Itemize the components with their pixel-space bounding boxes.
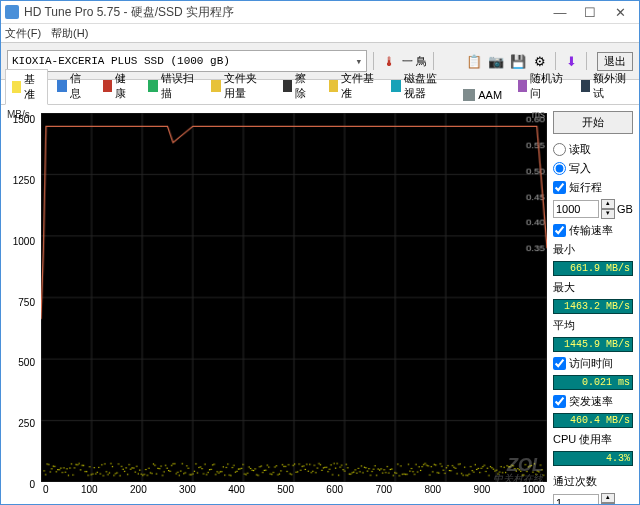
chevron-down-icon: ▾: [355, 55, 362, 68]
gb-unit: GB: [617, 203, 633, 215]
content-area: MB/s ms 1500125010007505002500 010020030…: [1, 105, 639, 504]
x-tick: 900: [474, 484, 491, 498]
tab-label: 文件基准: [341, 71, 376, 101]
tab-信息[interactable]: 信息: [50, 68, 93, 104]
tab-文件基准[interactable]: 文件基准: [322, 68, 383, 104]
x-tick: 400: [228, 484, 245, 498]
spin-down[interactable]: ▾: [601, 209, 615, 219]
short-stroke-size: ▴▾ GB: [553, 199, 633, 219]
tab-擦除[interactable]: 擦除: [276, 68, 319, 104]
pass-count: ▴▾: [553, 493, 633, 504]
tab-文件夹用量[interactable]: 文件夹用量: [204, 68, 274, 104]
tab-label: 健康: [115, 71, 132, 101]
spin-down[interactable]: ▾: [601, 503, 615, 504]
minimize-button[interactable]: —: [545, 3, 575, 21]
titlebar: HD Tune Pro 5.75 - 硬盘/SSD 实用程序 — ☐ ✕: [1, 1, 639, 24]
x-axis: 01002003004005006007008009001000: [41, 484, 547, 498]
window-title: HD Tune Pro 5.75 - 硬盘/SSD 实用程序: [24, 4, 545, 21]
pass-input[interactable]: [553, 494, 599, 504]
x-tick: 300: [179, 484, 196, 498]
menubar: 文件(F) 帮助(H): [1, 24, 639, 42]
tab-icon: [329, 80, 338, 92]
tabbar: 基准信息健康错误扫描文件夹用量擦除文件基准磁盘监视器AAM随机访问额外测试: [1, 80, 639, 105]
max-value: 1463.2 MB/s: [553, 299, 633, 314]
y-tick: 250: [18, 418, 35, 429]
temp-label: 一 鳥: [402, 54, 427, 69]
tab-icon: [12, 81, 21, 93]
screenshot-icon[interactable]: 📷: [487, 52, 505, 70]
app-icon: [5, 5, 19, 19]
tab-icon: [283, 80, 292, 92]
spin-up[interactable]: ▴: [601, 199, 615, 209]
y-tick: 500: [18, 357, 35, 368]
tab-AAM[interactable]: AAM: [456, 86, 509, 104]
start-button[interactable]: 开始: [553, 111, 633, 134]
tab-icon: [211, 80, 220, 92]
check-burst-rate[interactable]: 突发速率: [553, 394, 633, 409]
x-tick: 0: [43, 484, 49, 498]
chart-area: MB/s ms 1500125010007505002500 010020030…: [1, 105, 551, 504]
radio-write[interactable]: 写入: [553, 161, 633, 176]
access-value: 0.021 ms: [553, 375, 633, 390]
radio-read[interactable]: 读取: [553, 142, 633, 157]
burst-value: 460.4 MB/s: [553, 413, 633, 428]
x-tick: 1000: [523, 484, 545, 498]
check-access-time[interactable]: 访问时间: [553, 356, 633, 371]
tab-icon: [518, 80, 527, 92]
close-button[interactable]: ✕: [605, 3, 635, 21]
spin-up[interactable]: ▴: [601, 493, 615, 503]
tab-icon: [57, 80, 66, 92]
tab-label: 基准: [24, 72, 41, 102]
x-tick: 200: [130, 484, 147, 498]
sidebar: 开始 读取 写入 短行程 ▴▾ GB 传输速率 最小 661.9 MB/s 最大…: [551, 105, 639, 504]
tab-label: 额外测试: [593, 71, 628, 101]
x-tick: 800: [425, 484, 442, 498]
device-selected-text: KIOXIA-EXCERIA PLUS SSD (1000 gB): [12, 55, 230, 67]
y-tick: 1250: [13, 174, 35, 185]
avg-label: 平均: [553, 318, 633, 333]
y-axis: 1500125010007505002500: [1, 119, 37, 484]
check-transfer-rate[interactable]: 传输速率: [553, 223, 633, 238]
x-tick: 600: [326, 484, 343, 498]
x-tick: 700: [375, 484, 392, 498]
tab-icon: [391, 80, 400, 92]
copy-icon[interactable]: 📋: [465, 52, 483, 70]
menu-help[interactable]: 帮助(H): [51, 26, 88, 41]
tab-label: 文件夹用量: [224, 71, 267, 101]
x-tick: 100: [81, 484, 98, 498]
tab-icon: [148, 80, 157, 92]
tab-label: 擦除: [295, 71, 312, 101]
max-label: 最大: [553, 280, 633, 295]
tab-磁盘监视器[interactable]: 磁盘监视器: [384, 68, 454, 104]
check-short-stroke[interactable]: 短行程: [553, 180, 633, 195]
short-stroke-input[interactable]: [553, 200, 599, 218]
tab-icon: [581, 80, 590, 92]
tab-label: 随机访问: [530, 71, 565, 101]
x-tick: 500: [277, 484, 294, 498]
pass-label: 通过次数: [553, 474, 633, 489]
tab-icon: [463, 89, 475, 101]
tab-健康[interactable]: 健康: [96, 68, 139, 104]
y-tick: 750: [18, 296, 35, 307]
y-tick: 1500: [13, 114, 35, 125]
menu-file[interactable]: 文件(F): [5, 26, 41, 41]
cpu-label: CPU 使用率: [553, 432, 633, 447]
tab-随机访问[interactable]: 随机访问: [511, 68, 572, 104]
maximize-button[interactable]: ☐: [575, 3, 605, 21]
app-window: HD Tune Pro 5.75 - 硬盘/SSD 实用程序 — ☐ ✕ 文件(…: [0, 0, 640, 505]
tab-label: AAM: [478, 89, 502, 101]
tab-icon: [103, 80, 112, 92]
tab-错误扫描[interactable]: 错误扫描: [141, 68, 202, 104]
r-axis-unit: ms: [532, 109, 545, 120]
avg-value: 1445.9 MB/s: [553, 337, 633, 352]
y-tick: 0: [29, 479, 35, 490]
tab-基准[interactable]: 基准: [5, 69, 48, 105]
cpu-value: 4.3%: [553, 451, 633, 466]
benchmark-chart: [41, 113, 547, 482]
min-value: 661.9 MB/s: [553, 261, 633, 276]
tab-额外测试[interactable]: 额外测试: [574, 68, 635, 104]
tab-label: 错误扫描: [161, 71, 196, 101]
y-tick: 1000: [13, 235, 35, 246]
tab-label: 磁盘监视器: [404, 71, 447, 101]
min-label: 最小: [553, 242, 633, 257]
